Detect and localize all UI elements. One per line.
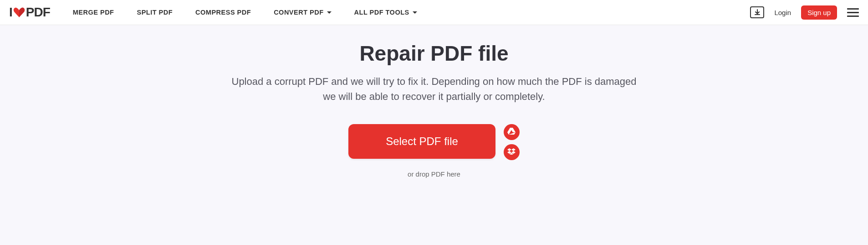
nav-compress-pdf[interactable]: COMPRESS PDF: [195, 9, 251, 16]
dropbox-button[interactable]: [504, 144, 520, 160]
page-subtitle: Upload a corrupt PDF and we will try to …: [229, 74, 639, 104]
chevron-down-icon: [327, 11, 332, 14]
logo-text-prefix: I: [9, 5, 12, 20]
drop-hint: or drop PDF here: [0, 170, 868, 178]
header-right: Login Sign up: [750, 5, 859, 20]
main-content: Repair PDF file Upload a corrupt PDF and…: [0, 25, 868, 178]
nav-split-pdf[interactable]: SPLIT PDF: [137, 9, 173, 16]
download-desktop-icon[interactable]: [750, 6, 764, 18]
logo-text-suffix: PDF: [26, 5, 50, 20]
nav-merge-pdf[interactable]: MERGE PDF: [73, 9, 114, 16]
select-pdf-button[interactable]: Select PDF file: [348, 124, 495, 159]
header: I PDF MERGE PDF SPLIT PDF COMPRESS PDF C…: [0, 0, 868, 25]
heart-icon: [13, 7, 25, 18]
signup-button[interactable]: Sign up: [801, 5, 837, 20]
upload-area: Select PDF file: [0, 124, 868, 160]
nav-all-pdf-tools[interactable]: ALL PDF TOOLS: [354, 9, 417, 16]
login-link[interactable]: Login: [774, 9, 791, 16]
hamburger-menu-icon[interactable]: [847, 8, 859, 17]
dropbox-icon: [507, 148, 516, 157]
google-drive-icon: [507, 128, 516, 137]
main-nav: MERGE PDF SPLIT PDF COMPRESS PDF CONVERT…: [73, 9, 417, 16]
nav-convert-pdf[interactable]: CONVERT PDF: [274, 9, 331, 16]
chevron-down-icon: [413, 11, 417, 14]
cloud-upload-buttons: [504, 124, 520, 160]
page-title: Repair PDF file: [0, 41, 868, 66]
logo[interactable]: I PDF: [9, 5, 50, 20]
google-drive-button[interactable]: [504, 124, 520, 140]
